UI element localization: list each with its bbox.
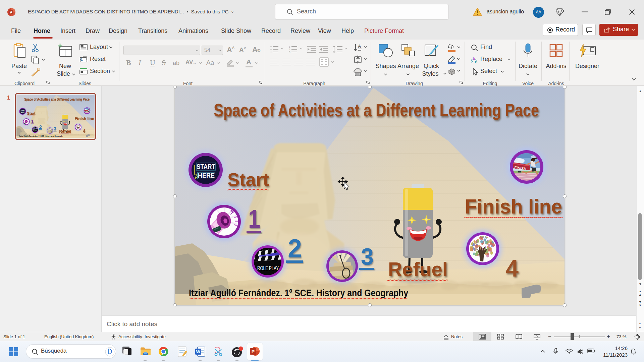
svg-text:W: W xyxy=(196,349,201,354)
svg-text:P: P xyxy=(9,10,12,15)
svg-text:3: 3 xyxy=(289,51,290,53)
svg-text:P: P xyxy=(252,349,255,354)
svg-text:A: A xyxy=(358,44,361,49)
